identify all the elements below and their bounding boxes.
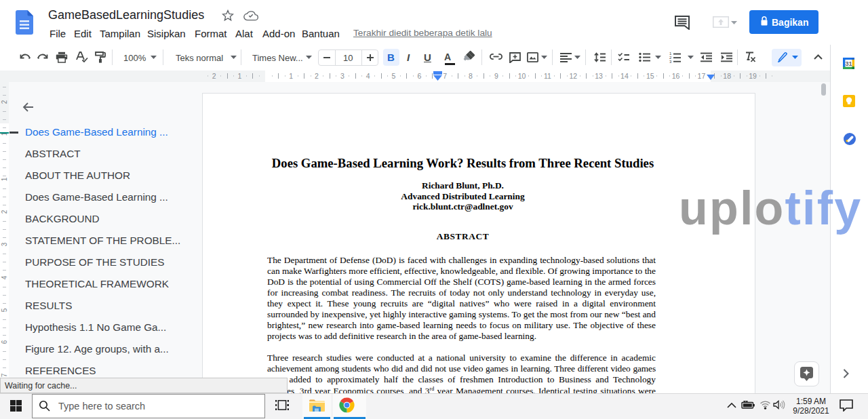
svg-text:31: 31 <box>845 60 852 67</box>
svg-text:3: 3 <box>669 60 672 63</box>
